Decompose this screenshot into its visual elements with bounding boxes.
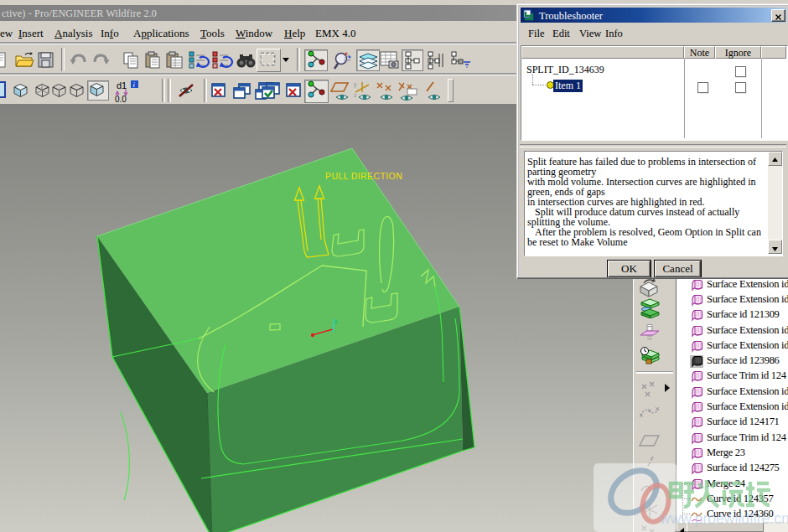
svg-text:PULL DIRECTION: PULL DIRECTION (325, 171, 402, 181)
svg-text:y: y (354, 81, 357, 88)
svg-text:www.proewildfire.cn: www.proewildfire.cn (659, 510, 788, 527)
svg-text:0.0: 0.0 (115, 95, 127, 104)
svg-text:d1: d1 (117, 80, 127, 90)
svg-text:z: z (354, 92, 357, 98)
